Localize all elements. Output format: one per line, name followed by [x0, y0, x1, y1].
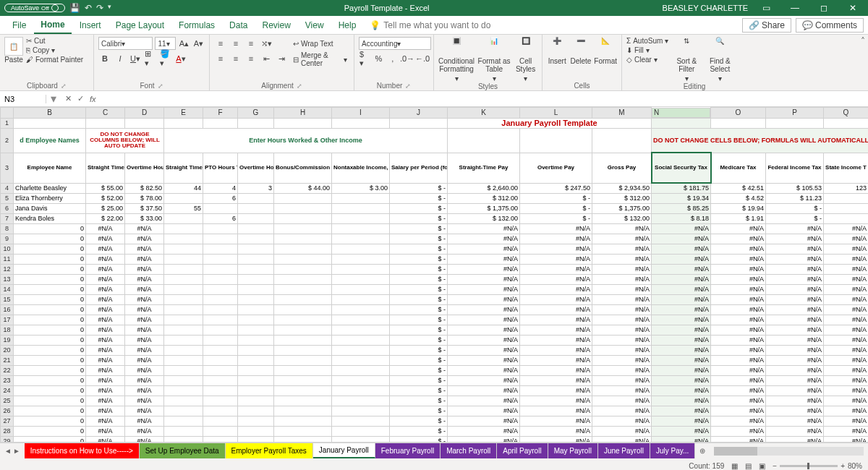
conditional-formatting-button[interactable]: 🔳Conditional Formatting▾ [438, 37, 475, 82]
comma-format-icon[interactable]: , [387, 52, 399, 65]
increase-decimal-icon[interactable]: .0→ [401, 52, 414, 65]
sheet-tab-may[interactable]: May Payroll [548, 443, 598, 458]
align-bottom-icon[interactable]: ≡ [244, 37, 258, 50]
spreadsheet-grid[interactable]: BCDE FGHI JKLM NOPQ 1 January Payroll Te… [0, 107, 868, 443]
sheet-tab-instructions[interactable]: Instructions on How to Use-----> [25, 443, 140, 458]
increase-font-icon[interactable]: A▴ [178, 37, 190, 50]
delete-cells-button[interactable]: ➖Delete [570, 37, 591, 65]
sheet-tab-july[interactable]: July Pay... [650, 443, 695, 458]
maximize-icon[interactable]: ◻ [813, 3, 835, 13]
formula-bar[interactable] [102, 95, 864, 103]
fx-icon[interactable]: fx [90, 95, 96, 103]
border-button[interactable]: ⊞ ▾ [144, 52, 157, 65]
number-format-select[interactable]: Accounting ▾ [359, 37, 431, 50]
cell-styles-button[interactable]: 🔲Cell Styles▾ [514, 37, 537, 82]
zoom-slider[interactable] [780, 465, 838, 467]
view-page-layout-icon[interactable]: ▤ [745, 462, 752, 470]
sheet-tab-employer-taxes[interactable]: Employer Payroll Taxes [226, 443, 313, 458]
format-painter-button[interactable]: 🖌Format Painter [26, 56, 83, 64]
sort-filter-button[interactable]: ⇅Sort & Filter▾ [671, 37, 702, 82]
autosave-toggle[interactable]: AutoSave Off [4, 4, 65, 12]
decrease-decimal-icon[interactable]: ←.0 [416, 52, 429, 65]
tell-me-search[interactable]: 💡 Tell me what you want to do [370, 20, 490, 30]
ribbon-display-icon[interactable]: ▭ [755, 3, 777, 13]
collapse-ribbon-icon[interactable]: ˄ [861, 36, 865, 46]
tab-review[interactable]: Review [255, 17, 297, 33]
zoom-level[interactable]: 80% [848, 462, 862, 470]
orientation-icon[interactable]: ⤭▾ [260, 37, 273, 50]
font-color-button[interactable]: A▾ [174, 52, 187, 65]
insert-icon: ➕ [548, 37, 566, 56]
enter-formula-icon[interactable]: ✓ [77, 94, 84, 103]
sheet-tab-bar: ◄ ► Instructions on How to Use-----> Set… [0, 443, 868, 458]
undo-icon[interactable]: ↶ [85, 3, 92, 13]
paste-button[interactable]: 📋 Paste [4, 37, 23, 64]
select-all-corner[interactable] [1, 108, 14, 119]
save-icon[interactable]: 💾 [69, 3, 80, 13]
new-sheet-icon[interactable]: ⊕ [695, 447, 710, 455]
comments-button[interactable]: 💬 Comments [796, 18, 864, 33]
redo-icon[interactable]: ↷ [96, 3, 103, 13]
zoom-in-icon[interactable]: + [841, 462, 845, 470]
sheet-tab-march[interactable]: March Payroll [441, 443, 497, 458]
sheet-nav-next-icon[interactable]: ► [13, 447, 20, 455]
tab-insert[interactable]: Insert [73, 17, 108, 33]
font-dialog-icon[interactable]: ⤢ [158, 82, 163, 90]
font-name-select[interactable]: Calibri ▾ [98, 37, 153, 50]
clear-button[interactable]: ◇Clear ▾ [626, 56, 668, 64]
tab-help[interactable]: Help [332, 17, 363, 33]
alignment-dialog-icon[interactable]: ⤢ [297, 82, 302, 90]
autosum-button[interactable]: ΣAutoSum ▾ [626, 37, 668, 45]
copy-button[interactable]: ⎘Copy ▾ [26, 46, 83, 54]
wrap-text-button[interactable]: ↩Wrap Text [291, 37, 349, 50]
horizontal-scrollbar[interactable] [714, 447, 864, 456]
view-normal-icon[interactable]: ▦ [731, 462, 738, 470]
format-cells-button[interactable]: 📐Format [594, 37, 617, 65]
minimize-icon[interactable]: — [784, 3, 806, 13]
column-headers[interactable]: BCDE FGHI JKLM NOPQ [1, 108, 869, 119]
sheet-tab-february[interactable]: February Payroll [375, 443, 441, 458]
accounting-format-icon[interactable]: $ ▾ [359, 52, 370, 65]
underline-button[interactable]: U ▾ [129, 52, 142, 65]
align-middle-icon[interactable]: ≡ [229, 37, 242, 50]
tab-view[interactable]: View [299, 17, 331, 33]
insert-cells-button[interactable]: ➕Insert [547, 37, 567, 65]
fill-color-button[interactable]: 🪣▾ [159, 52, 172, 65]
clipboard-dialog-icon[interactable]: ⤢ [61, 82, 67, 90]
name-box[interactable]: N3 [0, 95, 46, 103]
sheet-tab-setup[interactable]: Set Up Employee Data [140, 443, 226, 458]
align-right-icon[interactable]: ≡ [244, 52, 258, 65]
merge-center-button[interactable]: ⊟Merge & Center ▾ [291, 53, 349, 66]
zoom-out-icon[interactable]: − [773, 462, 777, 470]
number-dialog-icon[interactable]: ⤢ [405, 82, 411, 90]
fill-button[interactable]: ⬇Fill ▾ [626, 46, 668, 54]
increase-indent-icon[interactable]: ⇥ [275, 52, 288, 65]
decrease-indent-icon[interactable]: ⇤ [260, 52, 273, 65]
italic-button[interactable]: I [114, 52, 127, 65]
tab-file[interactable]: File [6, 17, 33, 33]
cut-button[interactable]: ✂Cut [26, 37, 83, 45]
cancel-formula-icon[interactable]: ✕ [65, 94, 72, 103]
tab-home[interactable]: Home [34, 17, 71, 34]
align-left-icon[interactable]: ≡ [214, 52, 227, 65]
sheet-nav-prev-icon[interactable]: ◄ [4, 447, 12, 455]
close-icon[interactable]: ✕ [842, 3, 864, 13]
tab-data[interactable]: Data [223, 17, 254, 33]
decrease-font-icon[interactable]: A▾ [192, 37, 205, 50]
percent-format-icon[interactable]: % [373, 52, 384, 65]
tab-page-layout[interactable]: Page Layout [109, 17, 171, 33]
qat-more-icon[interactable]: ▾ [108, 3, 111, 13]
format-as-table-button[interactable]: 📊Format as Table▾ [477, 37, 511, 82]
view-page-break-icon[interactable]: ▣ [759, 462, 765, 470]
user-name[interactable]: BEASLEY CHARLETTE [663, 4, 748, 12]
share-button[interactable]: 🔗 Share [742, 18, 791, 33]
sheet-tab-april[interactable]: April Payroll [497, 443, 548, 458]
tab-formulas[interactable]: Formulas [172, 17, 221, 33]
find-select-button[interactable]: 🔍Find & Select▾ [705, 37, 735, 82]
align-top-icon[interactable]: ≡ [214, 37, 227, 50]
sheet-tab-june[interactable]: June Payroll [598, 443, 650, 458]
sheet-tab-january[interactable]: January Payroll [313, 443, 375, 458]
font-size-select[interactable]: 11 ▾ [155, 37, 176, 50]
bold-button[interactable]: B [98, 52, 111, 65]
align-center-icon[interactable]: ≡ [229, 52, 242, 65]
